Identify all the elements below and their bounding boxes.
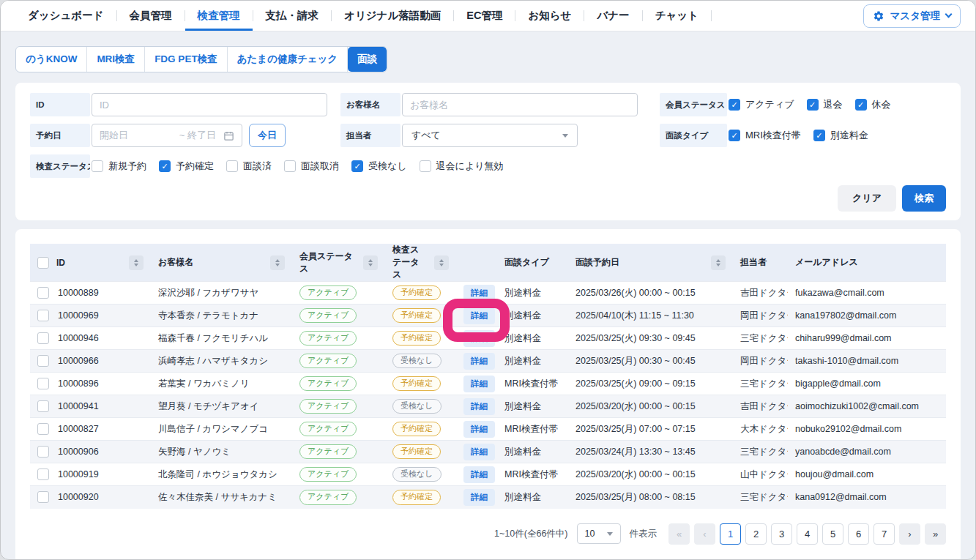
page-button-1[interactable]: 1: [720, 523, 741, 545]
detail-button[interactable]: 詳細: [463, 353, 495, 370]
checkbox-option[interactable]: ✓アクティブ: [729, 98, 794, 111]
today-button[interactable]: 今日: [249, 124, 286, 147]
first-page-button[interactable]: «: [668, 523, 690, 545]
per-page-select[interactable]: 10: [577, 523, 621, 544]
row-interview-type: MRI検査付帯: [497, 463, 568, 486]
checkbox-unchecked-icon[interactable]: [284, 160, 296, 172]
detail-button[interactable]: 詳細: [463, 489, 495, 506]
checkbox-option[interactable]: 面談済: [226, 160, 272, 173]
row-id-cell: 10000896: [30, 373, 151, 395]
checkbox-checked-icon[interactable]: ✓: [351, 160, 363, 172]
row-checkbox[interactable]: [37, 468, 49, 480]
page-button-6[interactable]: 6: [848, 523, 869, 545]
row-checkbox[interactable]: [37, 446, 49, 458]
nav-item-2[interactable]: 会員管理: [117, 1, 185, 31]
exam-status-badge: 予約確定: [392, 376, 441, 392]
page-button-5[interactable]: 5: [822, 523, 843, 545]
nav-item-9[interactable]: チャット: [643, 1, 711, 31]
sort-icon[interactable]: [711, 255, 726, 270]
row-detail-cell: 詳細: [456, 350, 497, 373]
subtab-5[interactable]: 面談: [348, 47, 387, 72]
sort-icon[interactable]: [434, 255, 449, 270]
row-checkbox[interactable]: [37, 400, 49, 412]
detail-button[interactable]: 詳細: [463, 466, 495, 483]
row-checkbox[interactable]: [37, 423, 49, 435]
checkbox-unchecked-icon[interactable]: [226, 160, 238, 172]
prev-page-button[interactable]: ‹: [694, 523, 715, 545]
nav-item-5[interactable]: オリジナル落語動画: [332, 1, 453, 31]
pagination-info: 1~10件(全66件中): [494, 528, 567, 540]
master-admin-button[interactable]: マスタ管理: [863, 4, 961, 28]
checkbox-option[interactable]: 退会により無効: [420, 160, 504, 173]
customer-name-input[interactable]: [402, 93, 638, 116]
row-staff: 岡田ドクター: [733, 350, 788, 373]
select-all-checkbox[interactable]: [37, 257, 49, 269]
page-body: のうKNOWMRI検査FDG PET検査あたまの健康チェック面談 ID お客様名…: [1, 31, 975, 560]
row-checkbox[interactable]: [37, 287, 49, 299]
filter-label-member-status: 会員ステータス: [660, 93, 727, 116]
checkbox-checked-icon[interactable]: ✓: [729, 99, 740, 111]
row-checkbox[interactable]: [37, 378, 49, 389]
clear-button[interactable]: クリア: [838, 185, 896, 212]
row-reserved-at: 2025/03/25(月) 07:00 ~ 07:15: [568, 418, 733, 441]
page-button-7[interactable]: 7: [873, 523, 895, 545]
sort-icon[interactable]: [129, 255, 144, 270]
sort-down-arrow: [134, 264, 138, 266]
member-status-checkboxes: ✓アクティブ✓退会✓休会: [727, 93, 946, 116]
row-detail-cell: 詳細: [456, 486, 497, 509]
sort-icon[interactable]: [363, 255, 378, 270]
checkbox-unchecked-icon[interactable]: [92, 160, 103, 172]
checkbox-unchecked-icon[interactable]: [420, 160, 431, 172]
checkbox-checked-icon[interactable]: ✓: [813, 130, 825, 141]
row-checkbox[interactable]: [37, 332, 49, 344]
checkbox-checked-icon[interactable]: ✓: [807, 99, 819, 111]
subtab-1[interactable]: のうKNOW: [16, 47, 87, 72]
row-checkbox[interactable]: [37, 355, 49, 367]
detail-button[interactable]: 詳細: [463, 421, 495, 438]
nav-item-8[interactable]: バナー: [584, 1, 641, 31]
nav-item-6[interactable]: EC管理: [454, 1, 515, 31]
detail-button[interactable]: 詳細: [463, 398, 495, 415]
checkbox-option[interactable]: ✓退会: [807, 98, 843, 111]
checkbox-option[interactable]: 新規予約: [92, 160, 146, 173]
staff-select[interactable]: すべて: [402, 124, 578, 147]
nav-item-7[interactable]: お知らせ: [515, 1, 584, 31]
subtab-3[interactable]: FDG PET検査: [145, 47, 228, 72]
row-checkbox[interactable]: [37, 310, 49, 321]
last-page-button[interactable]: »: [925, 523, 946, 545]
search-button[interactable]: 検索: [902, 185, 946, 212]
row-email: houjou@dmail.com: [788, 463, 946, 486]
detail-button[interactable]: 詳細: [463, 285, 495, 302]
nav-item-4[interactable]: 支払・請求: [253, 1, 332, 31]
subtab-2[interactable]: MRI検査: [87, 47, 145, 72]
checkbox-label: MRI検査付帯: [745, 129, 801, 142]
checkbox-option[interactable]: ✓MRI検査付帯: [729, 129, 801, 142]
sort-icon[interactable]: [270, 255, 285, 270]
table-row-10000920: 10000920佐々木佳奈美 / ササキカナミアクティブ予約確定詳細別途料金20…: [30, 486, 946, 509]
checkbox-checked-icon[interactable]: ✓: [159, 160, 171, 172]
checkbox-option[interactable]: ✓休会: [855, 98, 891, 111]
id-input[interactable]: [92, 93, 327, 116]
checkbox-option[interactable]: ✓受検なし: [351, 160, 407, 173]
row-customer-name: 矢野海 / ヤノウミ: [151, 441, 292, 463]
detail-button[interactable]: 詳細: [463, 307, 495, 324]
detail-button[interactable]: 詳細: [463, 444, 495, 460]
page-button-4[interactable]: 4: [797, 523, 818, 545]
checkbox-option[interactable]: ✓別途料金: [813, 129, 868, 142]
checkbox-checked-icon[interactable]: ✓: [729, 130, 740, 141]
check-mark: ✓: [857, 101, 864, 109]
checkbox-checked-icon[interactable]: ✓: [855, 99, 867, 111]
detail-button[interactable]: 詳細: [463, 330, 495, 347]
detail-button[interactable]: 詳細: [463, 376, 495, 392]
row-checkbox[interactable]: [37, 491, 49, 503]
row-staff: 三宅ドクター: [733, 373, 788, 395]
subtab-4[interactable]: あたまの健康チェック: [228, 47, 349, 72]
checkbox-option[interactable]: 面談取消: [284, 160, 339, 173]
page-button-3[interactable]: 3: [771, 523, 792, 545]
nav-item-3[interactable]: 検査管理: [185, 1, 253, 31]
checkbox-option[interactable]: ✓予約確定: [159, 160, 214, 173]
nav-item-1[interactable]: ダッシュボード: [15, 1, 116, 31]
next-page-button[interactable]: ›: [899, 523, 920, 545]
page-button-2[interactable]: 2: [745, 523, 767, 545]
date-range-input[interactable]: 開始日 ~ 終了日: [92, 124, 242, 147]
